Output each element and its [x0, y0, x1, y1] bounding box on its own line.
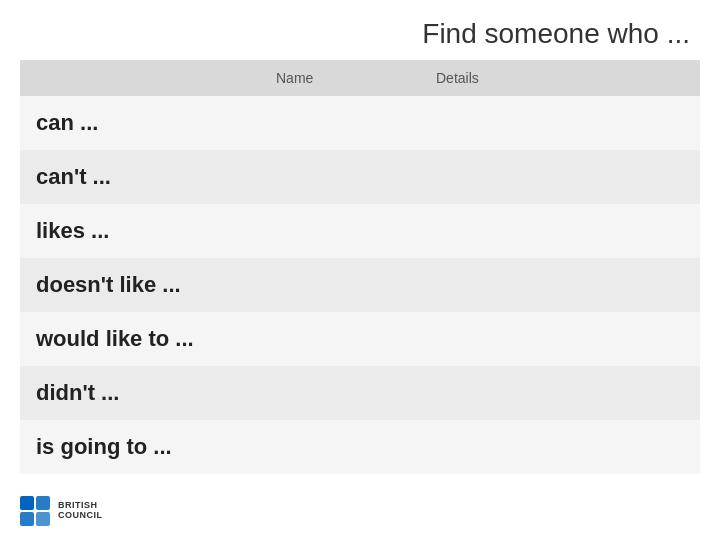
col-header-label — [20, 60, 260, 96]
row-name-cell — [260, 204, 420, 258]
col-header-name: Name — [260, 60, 420, 96]
table-row: didn't ... — [20, 366, 700, 420]
row-label: didn't ... — [20, 366, 260, 420]
row-label: can ... — [20, 96, 260, 150]
activity-table: Name Details can ...can't ...likes ...do… — [20, 60, 700, 474]
bc-square-4 — [36, 512, 50, 526]
row-label: would like to ... — [20, 312, 260, 366]
table-header-row: Name Details — [20, 60, 700, 96]
page-title: Find someone who ... — [0, 0, 720, 60]
row-details-cell — [420, 258, 700, 312]
table-row: doesn't like ... — [20, 258, 700, 312]
table-row: can ... — [20, 96, 700, 150]
row-details-cell — [420, 150, 700, 204]
row-details-cell — [420, 204, 700, 258]
col-header-details: Details — [420, 60, 700, 96]
row-label: doesn't like ... — [20, 258, 260, 312]
row-details-cell — [420, 312, 700, 366]
british-council-logo: BRITISH COUNCIL — [20, 496, 103, 526]
row-name-cell — [260, 366, 420, 420]
bc-square-2 — [36, 496, 50, 510]
table-row: would like to ... — [20, 312, 700, 366]
row-name-cell — [260, 258, 420, 312]
row-details-cell — [420, 420, 700, 474]
row-name-cell — [260, 96, 420, 150]
main-table-wrapper: Name Details can ...can't ...likes ...do… — [20, 60, 700, 474]
row-name-cell — [260, 150, 420, 204]
bc-logo-text: BRITISH COUNCIL — [58, 501, 103, 521]
row-details-cell — [420, 366, 700, 420]
table-row: likes ... — [20, 204, 700, 258]
row-name-cell — [260, 420, 420, 474]
bc-logo-squares — [20, 496, 50, 526]
row-label: can't ... — [20, 150, 260, 204]
table-body: can ...can't ...likes ...doesn't like ..… — [20, 96, 700, 474]
row-label: is going to ... — [20, 420, 260, 474]
row-name-cell — [260, 312, 420, 366]
table-row: is going to ... — [20, 420, 700, 474]
row-details-cell — [420, 96, 700, 150]
table-row: can't ... — [20, 150, 700, 204]
bc-square-3 — [20, 512, 34, 526]
row-label: likes ... — [20, 204, 260, 258]
bc-square-1 — [20, 496, 34, 510]
bc-logo-line2: COUNCIL — [58, 511, 103, 521]
